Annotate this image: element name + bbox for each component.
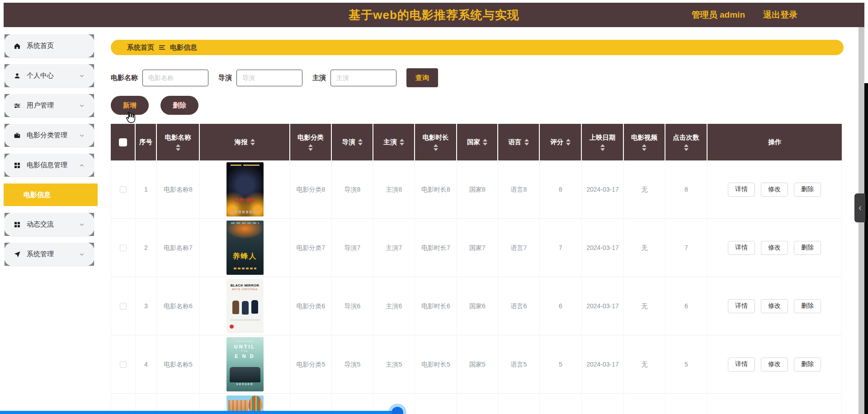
column-header-clicks[interactable]: 点击次数 bbox=[665, 124, 708, 160]
edit-button[interactable]: 修改 bbox=[761, 299, 788, 313]
sidebar-item-card: 动态交流 bbox=[5, 213, 94, 236]
cell-duration bbox=[415, 394, 457, 414]
bottom-progress-bar[interactable] bbox=[0, 411, 397, 414]
cell-star: 主演6 bbox=[373, 277, 415, 335]
column-header-poster[interactable]: 海报 bbox=[200, 124, 290, 160]
sidebar-item[interactable]: 动态交流 bbox=[5, 213, 94, 236]
row-checkbox[interactable] bbox=[120, 186, 127, 193]
breadcrumb-home[interactable]: 系统首页 bbox=[127, 43, 154, 52]
logout-link[interactable]: 退出登录 bbox=[763, 9, 797, 21]
column-label: 电影视频 bbox=[631, 133, 657, 142]
column-header-category[interactable]: 电影分类 bbox=[290, 124, 332, 160]
column-header-video[interactable]: 电影视频 bbox=[624, 124, 665, 160]
select-all-checkbox[interactable] bbox=[119, 138, 127, 146]
sidebar-item-card: 电影信息管理 bbox=[5, 154, 94, 177]
sidebar-item-label: 动态交流 bbox=[27, 220, 54, 229]
column-label: 语言 bbox=[509, 138, 522, 146]
sidebar-item[interactable]: 系统首页 bbox=[5, 34, 94, 57]
detail-button[interactable]: 详情 bbox=[728, 241, 755, 255]
sort-icon bbox=[358, 139, 363, 146]
column-header-star[interactable]: 主演 bbox=[373, 124, 415, 160]
column-label: 上映日期 bbox=[590, 133, 616, 142]
column-header-select bbox=[111, 124, 136, 160]
chevron-up-icon bbox=[79, 162, 85, 169]
column-header-name[interactable]: 电影名称 bbox=[157, 124, 200, 160]
movie-poster: 养蜂人 bbox=[226, 221, 264, 275]
cell-seq: 3 bbox=[136, 277, 157, 335]
cell-actions: 详情修改删除 bbox=[708, 219, 842, 277]
cell-category: 电影分类5 bbox=[290, 335, 332, 394]
column-header-actions: 操作 bbox=[708, 124, 842, 160]
search-group-star: 主演 bbox=[312, 70, 396, 86]
cell-name: 电影名称7 bbox=[157, 219, 200, 277]
cell-actions: 详情修改删除 bbox=[708, 277, 842, 335]
cell-name: 电影名称8 bbox=[157, 160, 200, 219]
row-delete-button[interactable]: 删除 bbox=[794, 358, 821, 372]
query-button[interactable]: 查询 bbox=[406, 68, 438, 87]
edit-button[interactable]: 修改 bbox=[761, 358, 788, 372]
cell-rating: 7 bbox=[540, 219, 582, 277]
sidebar-subitem-active[interactable]: 电影信息 bbox=[4, 183, 98, 206]
sidebar-item[interactable]: 电影信息管理 bbox=[5, 154, 94, 177]
sort-icon bbox=[684, 144, 689, 151]
cell-seq: 1 bbox=[136, 160, 157, 219]
movie-name-input[interactable] bbox=[142, 70, 208, 86]
detail-button[interactable]: 详情 bbox=[728, 183, 755, 197]
row-checkbox[interactable] bbox=[120, 303, 127, 310]
cell-duration: 电影时长6 bbox=[415, 277, 457, 335]
chevron-down-icon bbox=[79, 221, 85, 228]
detail-button[interactable]: 详情 bbox=[728, 358, 755, 372]
edit-button[interactable]: 修改 bbox=[761, 241, 788, 255]
sidebar-item[interactable]: 用户管理 bbox=[5, 94, 94, 117]
column-label: 国家 bbox=[467, 138, 480, 146]
sort-icon bbox=[434, 144, 438, 151]
admin-user-link[interactable]: 管理员 admin bbox=[692, 9, 745, 21]
cell-star: 主演7 bbox=[373, 219, 415, 277]
cell-name: 电影名称5 bbox=[157, 335, 200, 394]
cell-rating: 6 bbox=[540, 277, 582, 335]
cell-clicks: 7 bbox=[665, 219, 708, 277]
sidebar-item[interactable]: 电影分类管理 bbox=[5, 124, 94, 147]
delete-button[interactable]: 删除 bbox=[160, 96, 198, 115]
cell-select bbox=[111, 277, 136, 335]
row-delete-button[interactable]: 删除 bbox=[794, 299, 821, 313]
cell-language: 语言7 bbox=[498, 219, 540, 277]
cell-language: 语言5 bbox=[498, 335, 540, 394]
column-label: 电影名称 bbox=[165, 133, 191, 142]
cell-date: 2024-03-17 bbox=[582, 277, 624, 335]
detail-button[interactable]: 详情 bbox=[728, 299, 755, 313]
table-header-row: 序号电影名称海报电影分类导演主演电影时长国家语言评分上映日期电影视频点击次数操作 bbox=[111, 124, 842, 160]
breadcrumb: 系统首页 电影信息 bbox=[111, 40, 844, 55]
row-checkbox[interactable] bbox=[120, 245, 127, 251]
column-header-language[interactable]: 语言 bbox=[498, 124, 540, 160]
table-row: 4电影名称5TOGETHERUNTILTHEE N Dsense8电影分类5导演… bbox=[111, 335, 842, 394]
movie-poster: BLACK MIRRORWHITE CHRISTMAS bbox=[226, 279, 264, 333]
collapse-panel-handle[interactable] bbox=[854, 193, 865, 222]
edit-button[interactable]: 修改 bbox=[761, 183, 788, 197]
column-header-director[interactable]: 导演 bbox=[332, 124, 373, 160]
sidebar-nav: 系统首页个人中心用户管理电影分类管理电影信息管理电影信息动态交流系统管理 bbox=[4, 27, 98, 414]
cell-rating: 5 bbox=[540, 335, 582, 394]
add-button[interactable]: 新增 bbox=[111, 96, 149, 115]
row-checkbox[interactable] bbox=[120, 361, 127, 368]
column-header-rating[interactable]: 评分 bbox=[540, 124, 582, 160]
sidebar-item[interactable]: 系统管理 bbox=[5, 243, 94, 266]
column-header-date[interactable]: 上映日期 bbox=[582, 124, 624, 160]
column-header-country[interactable]: 国家 bbox=[457, 124, 498, 160]
cell-language bbox=[498, 394, 540, 414]
chevron-down-icon bbox=[79, 251, 85, 258]
cell-country bbox=[457, 394, 498, 414]
column-label: 电影分类 bbox=[297, 133, 324, 142]
star-input[interactable] bbox=[330, 70, 396, 86]
sort-icon bbox=[483, 139, 487, 146]
sidebar-item[interactable]: 个人中心 bbox=[5, 64, 94, 87]
row-delete-button[interactable]: 删除 bbox=[794, 183, 821, 197]
grid-icon bbox=[14, 162, 21, 169]
sidebar-item-label: 系统首页 bbox=[27, 42, 54, 50]
cell-date bbox=[582, 394, 624, 414]
column-header-duration[interactable]: 电影时长 bbox=[415, 124, 457, 160]
cell-clicks bbox=[665, 394, 708, 414]
row-delete-button[interactable]: 删除 bbox=[794, 241, 821, 255]
cell-date: 2024-03-17 bbox=[582, 335, 624, 394]
director-input[interactable] bbox=[236, 70, 302, 86]
